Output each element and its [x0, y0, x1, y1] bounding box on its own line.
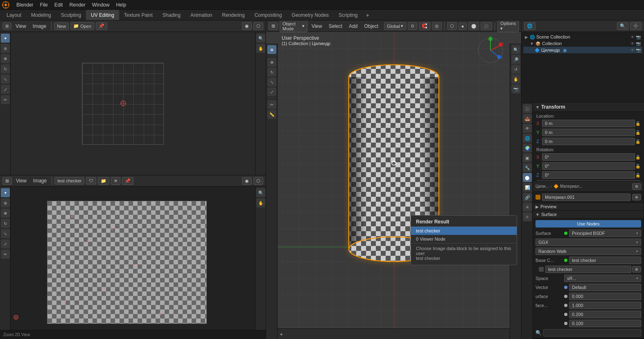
shading-mat[interactable]: ⬤: [468, 22, 479, 30]
prop-constraints-tab[interactable]: 🔗: [523, 193, 532, 202]
uv-select-tool[interactable]: ✦: [1, 34, 10, 43]
rw-dropdown[interactable]: Random Walk ▾: [536, 248, 641, 255]
rot-z-lock[interactable]: 🔓: [635, 172, 641, 178]
3d-object-menu[interactable]: Object: [362, 23, 381, 30]
uv-bottom-shading[interactable]: ⬡: [253, 177, 263, 185]
object-mode-dropdown[interactable]: Object Mode ▾: [280, 20, 307, 32]
space-dropdown[interactable]: sR... ▾: [564, 275, 641, 282]
uv-transform-tool[interactable]: ⤢: [1, 85, 10, 94]
pivot-point-btn[interactable]: ⊙: [408, 22, 417, 30]
uv-rotate-tool[interactable]: ↻: [1, 64, 10, 73]
material-search-input[interactable]: [543, 329, 641, 337]
3d-render-btn[interactable]: 📷: [511, 84, 520, 93]
prop-particles-tab[interactable]: ✳: [523, 202, 532, 212]
uv-cursor-tool[interactable]: ⊕: [1, 44, 10, 53]
image-protect-btn[interactable]: 🛡: [86, 177, 96, 184]
uv-image-menu[interactable]: Image: [30, 23, 49, 30]
vector-dropdown[interactable]: Default: [569, 284, 641, 291]
tex-btns[interactable]: ⊕: [632, 266, 641, 273]
3d-annotate[interactable]: ✏: [267, 100, 276, 109]
prop-output-tab[interactable]: 📤: [523, 114, 532, 123]
tab-modeling[interactable]: Modeling: [26, 10, 56, 20]
loc-y-field[interactable]: 0 m: [542, 129, 635, 136]
surface-val-field[interactable]: 0.000: [569, 293, 641, 300]
uv-bottom-view-menu[interactable]: View: [14, 177, 29, 184]
menu-render[interactable]: Render: [66, 1, 88, 9]
uv-rotate-tool-2[interactable]: ↻: [1, 219, 10, 228]
tab-texture-paint[interactable]: Texture Paint: [119, 10, 158, 20]
scene-collection-root[interactable]: ▶ 🌐 Scene Collection 👁 📷: [523, 34, 642, 40]
3d-mode-btn[interactable]: ⊞: [269, 22, 278, 30]
rot-y-lock[interactable]: 🔓: [635, 163, 641, 169]
uv-move-tool[interactable]: ✥: [1, 54, 10, 63]
menu-window[interactable]: Window: [89, 1, 113, 9]
uv-move-tool-2[interactable]: ✥: [1, 209, 10, 218]
mat-breadcrumb-obj[interactable]: Цили...: [536, 184, 549, 189]
prop-data-tab[interactable]: 📊: [523, 183, 532, 192]
menu-edit[interactable]: Edit: [51, 1, 66, 9]
3d-pan-btn[interactable]: ✋: [511, 75, 520, 84]
snapping-btn[interactable]: 🧲: [419, 22, 430, 30]
tab-geometry-nodes[interactable]: Geometry Nodes: [287, 10, 334, 20]
image-name-field[interactable]: test checker: [54, 177, 84, 184]
surface-type-dropdown[interactable]: Principled BSDF ▾: [569, 230, 641, 237]
uv-zoom-in[interactable]: 🔍: [256, 34, 265, 43]
uv-shading-btn[interactable]: ⬡: [253, 22, 263, 30]
shading-solid[interactable]: ●: [459, 23, 467, 30]
texture-name-field[interactable]: test checker: [545, 266, 631, 273]
scene-add[interactable]: ➕: [630, 22, 642, 30]
loc-x-lock[interactable]: 🔓: [635, 121, 641, 126]
tab-rendering[interactable]: Rendering: [217, 10, 249, 20]
proportional-btn[interactable]: ◎: [432, 22, 442, 30]
mat-name-field[interactable]: Материал.001: [542, 193, 630, 201]
uv-hand-tool[interactable]: ✋: [256, 44, 265, 53]
uv-bottom-overlay[interactable]: ◉: [242, 177, 252, 185]
tab-uv-editing[interactable]: UV Editing: [86, 10, 119, 20]
uv-scale-tool-2[interactable]: ⤡: [1, 229, 10, 238]
uv-scale-tool[interactable]: ⤡: [1, 75, 10, 84]
3d-move-tool[interactable]: ✥: [267, 58, 276, 67]
mat-extra-btns[interactable]: ⊕: [632, 194, 641, 200]
ggx-dropdown[interactable]: GGX ▾: [536, 239, 641, 246]
uv-transform-tool-2[interactable]: ⤢: [1, 239, 10, 248]
uv-bottom-mode-btn[interactable]: ⊞: [2, 177, 12, 185]
3d-zoom-btn[interactable]: 🔍: [511, 45, 520, 54]
3d-scale-tool[interactable]: ⤡: [267, 77, 276, 86]
rot-x-lock[interactable]: 🔓: [635, 154, 641, 160]
transform-section-header[interactable]: ▼ Transform: [533, 102, 644, 112]
uv-mode-selector[interactable]: ⊞: [2, 23, 11, 30]
collection-item[interactable]: ▼ 📦 Collection 👁 📷: [523, 40, 642, 47]
image-close-btn[interactable]: ✕: [111, 177, 120, 185]
uv-top-viewport[interactable]: ✦ ⊕ ✥ ↻ ⤡ ⤢ ✏ 🔍 ✋: [0, 32, 266, 175]
tab-animation[interactable]: Animation: [185, 10, 217, 20]
popup-item-viewer[interactable]: 0 Viewer Node: [411, 235, 517, 243]
prop-scene-tab[interactable]: 🌐: [523, 134, 532, 143]
tab-scripting[interactable]: Scripting: [334, 10, 363, 20]
3d-select-menu[interactable]: Select: [326, 23, 345, 30]
menu-file[interactable]: File: [36, 1, 51, 9]
prop-material-tab[interactable]: ⬤: [523, 173, 532, 182]
prop-modifier-tab[interactable]: 🔧: [523, 163, 532, 172]
uv-cursor-tool-2[interactable]: ⊕: [1, 198, 10, 207]
uv-annotate-tool[interactable]: ✏: [1, 95, 10, 104]
uv-bottom-zoom-in[interactable]: 🔍: [256, 188, 265, 197]
base-color-tex-field[interactable]: test checker: [569, 257, 641, 264]
prop-obj-tab[interactable]: ▣: [523, 153, 532, 162]
face-field3[interactable]: 0.100: [569, 320, 641, 327]
loc-x-field[interactable]: 0 m: [542, 120, 635, 127]
3d-zoom2-btn[interactable]: 🔎: [511, 55, 520, 64]
menu-blender[interactable]: Blender: [13, 1, 36, 9]
uv-bottom-hand[interactable]: ✋: [256, 198, 265, 207]
loc-z-lock[interactable]: 🔓: [635, 139, 641, 144]
tab-shading[interactable]: Shading: [158, 10, 185, 20]
mat-breadcrumb-mat[interactable]: Материал...: [560, 184, 583, 189]
loc-z-field[interactable]: 0 m: [542, 138, 635, 145]
3d-transform-tool[interactable]: ⤢: [267, 87, 276, 96]
new-image-button[interactable]: New: [54, 23, 69, 30]
prop-physics-tab[interactable]: ⚛: [523, 212, 532, 221]
object-item[interactable]: 🔷 Цилиндр ▣ 👁 📷: [523, 47, 642, 53]
shading-wire[interactable]: ⬡: [447, 22, 457, 30]
tab-compositing[interactable]: Compositing: [250, 10, 287, 20]
image-pin-btn[interactable]: 📌: [122, 177, 133, 185]
rot-y-field[interactable]: 0°: [542, 162, 635, 170]
